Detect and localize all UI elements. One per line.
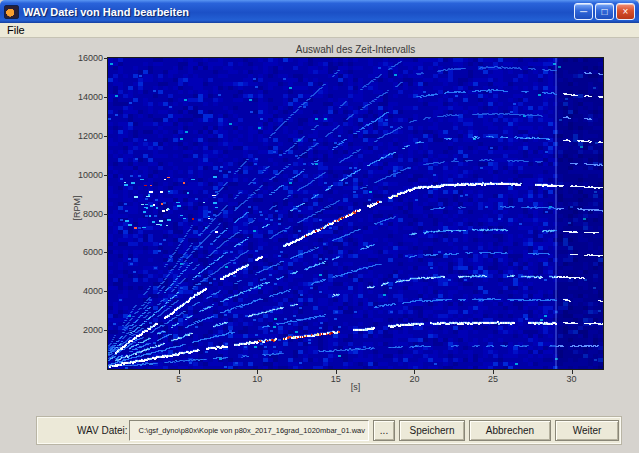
wav-file-label: WAV Datei:	[77, 425, 128, 436]
x-tick-label: 10	[242, 374, 272, 384]
x-tick-label: 15	[321, 374, 351, 384]
wav-path-text: C:\gsf_dyno\p80x\Kopie von p80x_2017_16g…	[139, 426, 365, 435]
y-tick-mark	[104, 214, 108, 215]
y-tick-label: 4000	[67, 286, 103, 296]
cancel-button[interactable]: Abbrechen	[469, 420, 551, 441]
window-title: WAV Datei von Hand bearbeiten	[23, 6, 574, 18]
app-icon	[4, 5, 19, 19]
y-tick-label: 8000	[67, 209, 103, 219]
x-tick-mark	[257, 370, 258, 374]
x-tick-mark	[179, 370, 180, 374]
maximize-button[interactable]: □	[595, 3, 614, 20]
title-bar[interactable]: WAV Datei von Hand bearbeiten ─ □ ×	[0, 0, 639, 23]
x-tick-label: 20	[399, 374, 429, 384]
plot-title: Auswahl des Zeit-Intervalls	[108, 44, 603, 55]
footer-panel: WAV Datei: C:\gsf_dyno\p80x\Kopie von p8…	[36, 416, 622, 445]
y-tick-label: 12000	[67, 131, 103, 141]
y-tick-label: 14000	[67, 92, 103, 102]
x-tick-label: 30	[557, 374, 587, 384]
close-button[interactable]: ×	[616, 3, 635, 20]
app-window: WAV Datei von Hand bearbeiten ─ □ × File…	[0, 0, 639, 453]
y-tick-mark	[104, 252, 108, 253]
window-controls: ─ □ ×	[574, 3, 635, 20]
x-tick-label: 25	[478, 374, 508, 384]
y-tick-label: 2000	[67, 325, 103, 335]
save-button[interactable]: Speichern	[399, 420, 465, 441]
wav-path-field[interactable]: C:\gsf_dyno\p80x\Kopie von p80x_2017_16g…	[129, 420, 369, 441]
menu-item-file[interactable]: File	[0, 24, 32, 36]
browse-button[interactable]: ...	[373, 420, 395, 441]
y-tick-label: 16000	[67, 53, 103, 63]
x-tick-mark	[572, 370, 573, 374]
next-button[interactable]: Weiter	[555, 420, 619, 441]
x-tick-mark	[493, 370, 494, 374]
figure-area: Auswahl des Zeit-Intervalls [RPM] [s] 20…	[0, 39, 639, 414]
x-tick-label: 5	[164, 374, 194, 384]
y-tick-mark	[104, 58, 108, 59]
menu-bar: File	[0, 23, 639, 38]
plot-frame	[107, 57, 604, 370]
x-tick-mark	[336, 370, 337, 374]
y-tick-mark	[104, 330, 108, 331]
spectrogram-canvas[interactable]	[108, 58, 603, 369]
minimize-button[interactable]: ─	[574, 3, 593, 20]
x-tick-mark	[414, 370, 415, 374]
y-tick-label: 10000	[67, 170, 103, 180]
y-tick-mark	[104, 97, 108, 98]
y-tick-mark	[104, 291, 108, 292]
y-tick-label: 6000	[67, 247, 103, 257]
y-tick-mark	[104, 136, 108, 137]
y-tick-mark	[104, 175, 108, 176]
